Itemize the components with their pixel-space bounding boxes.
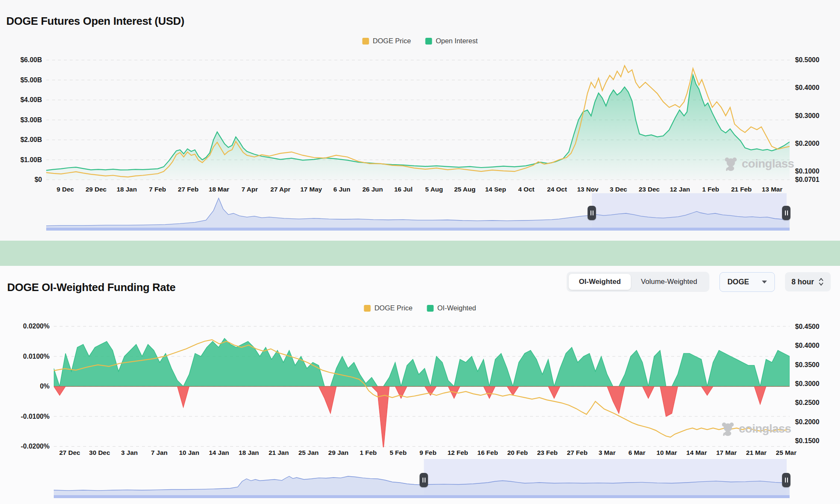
- charts-canvas[interactable]: [0, 0, 840, 504]
- interval-select-value: 8 hour: [792, 278, 814, 286]
- y-axis-right-label: $0.4000: [795, 84, 819, 91]
- interval-select[interactable]: 8 hour: [785, 272, 831, 291]
- coinglass-watermark: coinglass: [721, 421, 791, 436]
- coin-select[interactable]: DOGE: [719, 272, 775, 292]
- legend-label: OI-Weighted: [437, 304, 476, 312]
- coinglass-watermark: coinglass: [724, 156, 794, 171]
- y-axis-right-label: $0.2000: [795, 140, 819, 147]
- navigator2-left-handle[interactable]: [420, 473, 428, 487]
- legend-item-doge-price[interactable]: DOGE Price: [364, 304, 412, 312]
- y-axis-right-label: $0.0701: [795, 176, 819, 183]
- y-axis-right-label: $0.1500: [795, 438, 819, 444]
- navigator1-left-handle[interactable]: [588, 206, 596, 220]
- legend-label: Open Interest: [436, 37, 478, 45]
- y-axis-left-label: $3.00B: [2, 117, 42, 123]
- coinglass-doge-dashboard: DOGE Futures Open Interest (USD) DOGE Pr…: [0, 0, 840, 504]
- x-axis-label: 25 Mar: [768, 449, 804, 456]
- y-axis-left-label: -0.0100%: [9, 413, 50, 420]
- chart2-legend: DOGE PriceOI-Weighted: [364, 304, 476, 312]
- coinglass-bear-icon: [721, 421, 735, 436]
- chart2-plot-area[interactable]: [54, 324, 790, 449]
- y-axis-left-label: -0.0200%: [9, 443, 50, 450]
- x-axis-label: 13 Mar: [754, 186, 790, 193]
- legend-swatch-icon: [364, 305, 370, 312]
- y-axis-right-label: $0.4000: [795, 342, 819, 349]
- y-axis-left-label: 0%: [9, 383, 50, 390]
- weighting-segmented-control: OI-WeightedVolume-Weighted: [567, 272, 709, 292]
- y-axis-right-label: $0.1000: [795, 168, 819, 175]
- watermark-text: coinglass: [742, 157, 794, 171]
- y-axis-left-label: $1.00B: [2, 157, 42, 163]
- y-axis-right-label: $0.3500: [795, 362, 819, 368]
- legend-item-doge-price[interactable]: DOGE Price: [362, 37, 411, 45]
- y-axis-right-label: $0.4500: [795, 323, 819, 330]
- legend-label: DOGE Price: [373, 37, 411, 45]
- legend-swatch-icon: [425, 38, 432, 45]
- y-axis-right-label: $0.2000: [795, 419, 819, 425]
- funding-rate-controls: OI-WeightedVolume-Weighted DOGE 8 hour: [567, 270, 831, 293]
- coinglass-bear-icon: [724, 156, 738, 171]
- watermark-text: coinglass: [739, 422, 791, 436]
- legend-item-oi-weighted[interactable]: OI-Weighted: [427, 304, 476, 312]
- navigator2-track[interactable]: [54, 495, 790, 498]
- y-axis-left-label: $2.00B: [2, 136, 42, 143]
- legend-label: DOGE Price: [374, 304, 412, 312]
- coin-select-value: DOGE: [727, 278, 749, 286]
- y-axis-left-label: $0: [2, 176, 42, 183]
- chart1-legend: DOGE PriceOpen Interest: [362, 37, 478, 45]
- y-axis-right-label: $0.3000: [795, 113, 819, 119]
- chart1-title: DOGE Futures Open Interest (USD): [6, 15, 184, 28]
- legend-swatch-icon: [362, 38, 369, 45]
- y-axis-right-label: $0.5000: [795, 57, 819, 63]
- chart2-title: DOGE OI-Weighted Funding Rate: [7, 281, 176, 294]
- y-axis-left-label: $4.00B: [2, 97, 42, 103]
- up-down-chevrons-icon: [818, 277, 824, 286]
- legend-swatch-icon: [427, 305, 433, 312]
- y-axis-right-label: $0.3000: [795, 381, 819, 387]
- y-axis-left-label: $5.00B: [2, 77, 42, 84]
- segmented-option-volume-weighted[interactable]: Volume-Weighted: [631, 274, 707, 290]
- chart1-plot-area[interactable]: [46, 58, 790, 182]
- y-axis-left-label: 0.0200%: [9, 323, 50, 330]
- navigator1-track[interactable]: [46, 228, 790, 231]
- navigator1-right-handle[interactable]: [782, 206, 790, 220]
- chevron-down-icon: [762, 281, 767, 284]
- y-axis-right-label: $0.2500: [795, 399, 819, 406]
- legend-item-open-interest[interactable]: Open Interest: [425, 37, 478, 45]
- y-axis-left-label: $6.00B: [2, 57, 42, 63]
- navigator2-right-handle[interactable]: [782, 473, 790, 487]
- segmented-option-oi-weighted[interactable]: OI-Weighted: [569, 274, 631, 290]
- y-axis-left-label: 0.0100%: [9, 353, 50, 360]
